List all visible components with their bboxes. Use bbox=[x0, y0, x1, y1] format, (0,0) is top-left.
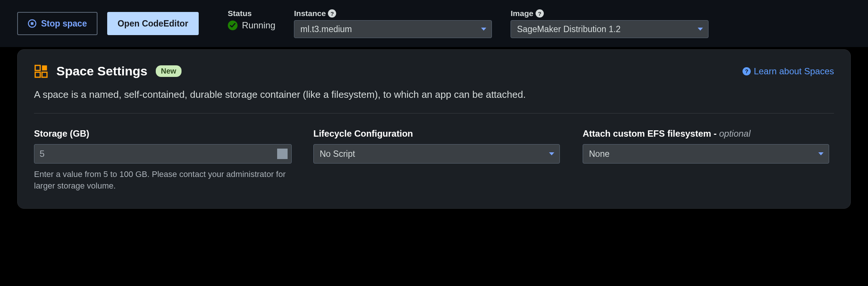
panel-header: Space Settings New ? Learn about Spaces bbox=[34, 64, 834, 78]
status-value: Running bbox=[242, 20, 275, 31]
status-value-row: Running bbox=[228, 20, 275, 31]
image-label-text: Image bbox=[511, 9, 533, 18]
efs-column: Attach custom EFS filesystem - optional … bbox=[583, 128, 834, 192]
lifecycle-label: Lifecycle Configuration bbox=[313, 128, 565, 139]
storage-column: Storage (GB) Enter a value from 5 to 100… bbox=[34, 128, 295, 192]
svg-rect-3 bbox=[42, 65, 47, 70]
open-codeeditor-button[interactable]: Open CodeEditor bbox=[107, 12, 199, 35]
panel-header-left: Space Settings New bbox=[34, 64, 182, 78]
divider bbox=[34, 113, 834, 114]
lifecycle-select-value: No Script bbox=[320, 149, 355, 159]
efs-label: Attach custom EFS filesystem - optional bbox=[583, 128, 834, 139]
toolbar: Stop space Open CodeEditor Status Runnin… bbox=[0, 0, 868, 47]
image-group: Image ? SageMaker Distribution 1.2 bbox=[511, 9, 709, 38]
image-label: Image ? bbox=[511, 9, 709, 18]
svg-rect-5 bbox=[42, 72, 47, 77]
help-icon: ? bbox=[743, 67, 751, 75]
storage-input[interactable] bbox=[40, 149, 286, 159]
stop-space-label: Stop space bbox=[41, 19, 87, 29]
learn-link-text: Learn about Spaces bbox=[754, 66, 834, 77]
chevron-down-icon bbox=[818, 152, 824, 155]
svg-rect-4 bbox=[35, 72, 40, 77]
image-select[interactable]: SageMaker Distribution 1.2 bbox=[511, 20, 709, 38]
lifecycle-column: Lifecycle Configuration No Script bbox=[313, 128, 565, 192]
chevron-down-icon bbox=[698, 28, 703, 31]
stop-space-button[interactable]: Stop space bbox=[17, 12, 97, 35]
efs-label-optional: optional bbox=[719, 128, 750, 139]
space-settings-panel: Space Settings New ? Learn about Spaces … bbox=[17, 49, 851, 209]
instance-select-value: ml.t3.medium bbox=[300, 24, 352, 34]
storage-hint: Enter a value from 5 to 100 GB. Please c… bbox=[34, 169, 292, 192]
panel-description: A space is a named, self-contained, dura… bbox=[34, 89, 834, 100]
storage-label: Storage (GB) bbox=[34, 128, 295, 139]
instance-label-text: Instance bbox=[294, 9, 326, 18]
space-settings-icon bbox=[34, 64, 48, 78]
svg-rect-1 bbox=[31, 22, 34, 25]
lifecycle-select[interactable]: No Script bbox=[313, 144, 560, 164]
new-badge: New bbox=[156, 65, 182, 77]
chevron-down-icon bbox=[481, 28, 486, 31]
efs-select-value: None bbox=[589, 149, 610, 159]
help-icon[interactable]: ? bbox=[328, 9, 336, 18]
toolbar-actions: Stop space Open CodeEditor bbox=[17, 12, 199, 35]
toolbar-meta: Status Running Instance ? ml.t3.medium I… bbox=[228, 9, 709, 38]
status-label: Status bbox=[228, 9, 275, 18]
status-group: Status Running bbox=[228, 9, 275, 31]
instance-select[interactable]: ml.t3.medium bbox=[294, 20, 492, 38]
learn-about-spaces-link[interactable]: ? Learn about Spaces bbox=[743, 66, 834, 77]
open-codeeditor-label: Open CodeEditor bbox=[118, 19, 188, 29]
efs-select[interactable]: None bbox=[583, 144, 829, 164]
storage-input-wrap bbox=[34, 144, 292, 164]
svg-rect-2 bbox=[35, 65, 40, 70]
efs-label-prefix: Attach custom EFS filesystem - bbox=[583, 128, 719, 139]
instance-group: Instance ? ml.t3.medium bbox=[294, 9, 492, 38]
panel-title: Space Settings bbox=[56, 64, 148, 78]
storage-stepper[interactable] bbox=[277, 149, 288, 159]
settings-grid: Storage (GB) Enter a value from 5 to 100… bbox=[34, 128, 834, 192]
image-select-value: SageMaker Distribution 1.2 bbox=[517, 24, 620, 34]
chevron-down-icon bbox=[549, 152, 554, 155]
help-icon[interactable]: ? bbox=[536, 9, 544, 18]
instance-label: Instance ? bbox=[294, 9, 492, 18]
stop-icon bbox=[28, 19, 37, 28]
status-check-icon bbox=[228, 21, 238, 30]
